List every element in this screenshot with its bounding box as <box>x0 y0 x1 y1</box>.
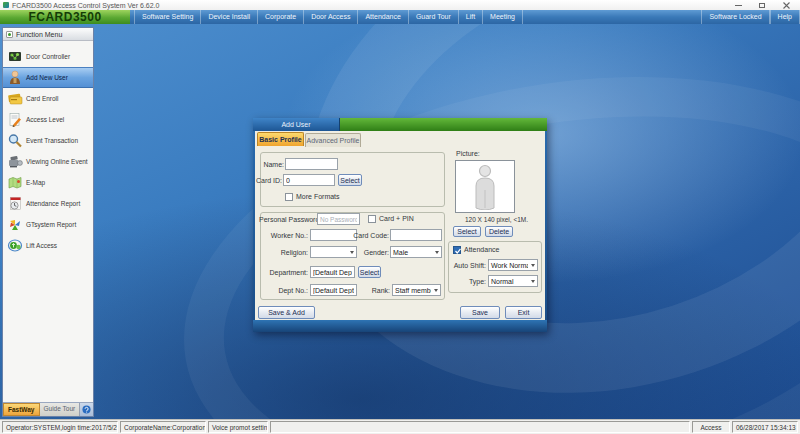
person-silhouette-icon <box>468 164 502 210</box>
door-controller-icon <box>7 49 23 64</box>
sidebar-item-label: Access Level <box>26 116 64 123</box>
sidebar-item-access-level[interactable]: Access Level <box>3 109 93 130</box>
auto-shift-dropdown[interactable]: Work Normal <box>488 259 538 271</box>
worker-no-input[interactable] <box>310 229 357 241</box>
tab-basic-profile[interactable]: Basic Profile <box>257 132 304 146</box>
status-spacer <box>270 421 690 433</box>
type-value: Normal <box>489 278 528 285</box>
attendance-label: Attendance <box>464 246 499 253</box>
department-input[interactable] <box>310 266 355 278</box>
function-menu-header[interactable]: Function Menu <box>3 28 93 41</box>
card-pin-checkbox[interactable] <box>368 215 376 223</box>
card-code-label: Card Code: <box>353 232 389 239</box>
menu-software-locked[interactable]: Software Locked <box>701 10 769 24</box>
sidebar-item-label: Door Controller <box>26 53 70 60</box>
menu-device-install[interactable]: Device Install <box>201 10 258 24</box>
sidebar-item-lift-access[interactable]: Lift Access <box>3 235 93 256</box>
close-icon[interactable] <box>781 1 791 9</box>
gender-label: Gender: <box>359 249 389 256</box>
maximize-icon[interactable] <box>757 1 767 9</box>
more-formats-checkbox[interactable] <box>285 193 293 201</box>
sidebar-item-door-controller[interactable]: Door Controller <box>3 46 93 67</box>
exit-button[interactable]: Exit <box>505 306 542 319</box>
map-icon <box>7 175 23 190</box>
picture-select-button[interactable]: Select <box>453 226 481 237</box>
card-id-input[interactable] <box>283 174 335 186</box>
add-user-dialog: Add User Basic Profile Advanced Profile … <box>253 118 547 332</box>
function-menu-panel: Function Menu Door Controller Add New Us… <box>2 27 94 417</box>
status-mode: Access <box>692 421 730 433</box>
status-corporate: CorporateName:Corporation Name <box>120 421 206 433</box>
menu-lift[interactable]: Lift <box>459 10 483 24</box>
card-id-label: Card ID: <box>256 177 282 184</box>
attendance-checkbox[interactable] <box>453 246 461 254</box>
tab-fastway[interactable]: FastWay <box>3 403 40 416</box>
status-voice-prompt[interactable]: Voice promot setting <box>208 421 268 433</box>
sidebar-item-attendance-report[interactable]: Attendance Report <box>3 193 93 214</box>
sidebar-item-label: Event Transaction <box>26 137 78 144</box>
picture-delete-button[interactable]: Delete <box>485 226 513 237</box>
status-bar: Operator:SYSTEM,login time:2017/5/28 15:… <box>0 419 800 434</box>
add-user-icon <box>7 70 23 85</box>
attendance-clock-icon <box>7 196 23 211</box>
menu-door-access[interactable]: Door Access <box>304 10 358 24</box>
rank-label: Rank: <box>366 287 390 294</box>
gtsystem-icon <box>7 217 23 232</box>
chevron-down-icon <box>347 247 356 257</box>
tab-guide-tour[interactable]: Guide Tour <box>40 403 81 416</box>
dept-no-input[interactable] <box>310 284 357 296</box>
auto-shift-value: Work Normal <box>489 262 528 269</box>
menu-attendance[interactable]: Attendance <box>358 10 408 24</box>
picture-label: Picture: <box>456 150 480 157</box>
sidebar-item-label: E-Map <box>26 179 45 186</box>
sidebar-item-viewing-online-event[interactable]: Viewing Online Event <box>3 151 93 172</box>
sidebar-item-add-new-user[interactable]: Add New User <box>3 67 93 88</box>
dialog-title-strip <box>340 118 547 131</box>
window-title: FCARD3500 Access Control System Ver 6.62… <box>12 2 159 9</box>
card-id-select-button[interactable]: Select <box>338 174 362 186</box>
sidebar-item-label: Viewing Online Event <box>26 158 88 165</box>
function-menu-icon <box>6 31 13 38</box>
tab-advanced-profile[interactable]: Advanced Profile <box>305 133 361 147</box>
app-window: FCARD3500 Access Control System Ver 6.62… <box>0 0 800 434</box>
name-input[interactable] <box>285 158 338 170</box>
sidebar-item-e-map[interactable]: E-Map <box>3 172 93 193</box>
menu-corporate[interactable]: Corporate <box>258 10 304 24</box>
personal-password-input[interactable] <box>317 213 360 225</box>
sidebar-item-card-enroll[interactable]: Card Enroll <box>3 88 93 109</box>
type-dropdown[interactable]: Normal <box>488 275 538 287</box>
picture-box <box>455 160 515 213</box>
dialog-title: Add User <box>253 118 340 131</box>
window-controls <box>733 1 797 9</box>
main-menubar: Software Setting Device Install Corporat… <box>130 10 800 24</box>
sidebar-item-gtsystem-report[interactable]: GTsystem Report <box>3 214 93 235</box>
card-icon <box>7 91 23 106</box>
status-operator: Operator:SYSTEM,login time:2017/5/28 15:… <box>2 421 118 433</box>
menu-help[interactable]: Help <box>770 10 800 24</box>
dialog-bottom-strip <box>253 320 547 332</box>
save-button[interactable]: Save <box>460 306 500 319</box>
rank-dropdown[interactable]: Staff member <box>392 284 441 296</box>
religion-dropdown[interactable] <box>310 246 357 258</box>
save-add-button[interactable]: Save & Add <box>258 306 315 319</box>
sidebar-item-label: Add New User <box>26 74 68 81</box>
dept-no-label: Dept No.: <box>270 287 308 294</box>
menu-meeting[interactable]: Meeting <box>483 10 523 24</box>
department-select-button[interactable]: Select <box>358 266 381 278</box>
minimize-icon[interactable] <box>733 1 743 9</box>
access-level-icon <box>7 112 23 127</box>
chevron-down-icon <box>432 247 441 257</box>
card-code-input[interactable] <box>390 229 442 241</box>
type-label: Type: <box>461 278 486 285</box>
religion-label: Religion: <box>268 249 308 256</box>
sidebar-item-event-transaction[interactable]: Event Transaction <box>3 130 93 151</box>
sidebar-item-label: Attendance Report <box>26 200 80 207</box>
app-logo: FCARD3500 <box>0 10 130 24</box>
gender-dropdown[interactable]: Male <box>390 246 442 258</box>
rank-value: Staff member <box>393 287 431 294</box>
menu-guard-tour[interactable]: Guard Tour <box>409 10 459 24</box>
menu-software-setting[interactable]: Software Setting <box>134 10 201 24</box>
sidebar-help-button[interactable] <box>80 403 93 416</box>
dialog-titlebar[interactable]: Add User <box>253 118 547 131</box>
name-label: Name: <box>260 161 284 168</box>
